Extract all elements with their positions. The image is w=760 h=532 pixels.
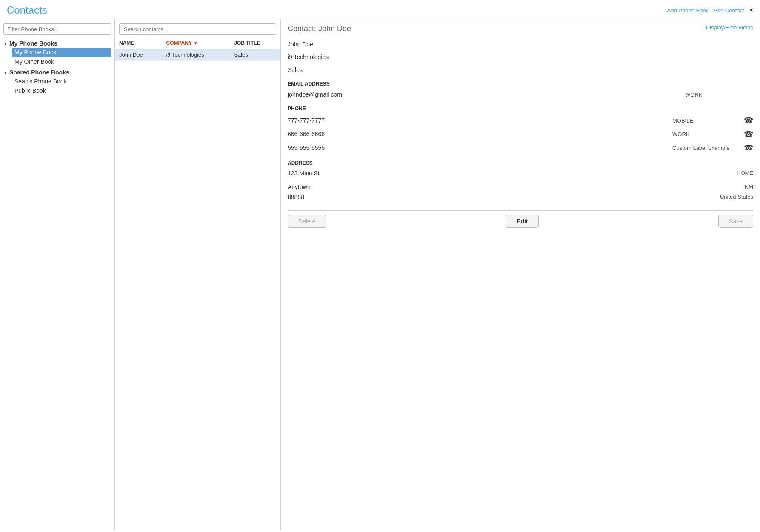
shared-phone-books-items: Sean's Phone Book Public Book	[3, 77, 111, 95]
contact-table: NAME COMPANY ▼ JOB TITLE John Doei9 Tech…	[115, 37, 280, 61]
add-contact-link[interactable]: Add Contact	[714, 7, 744, 14]
email-label-0: WORK	[685, 92, 753, 98]
email-row-0: johndoe@gmail.com WORK	[288, 89, 753, 100]
phone-label-1: WORK	[672, 131, 740, 137]
shared-phone-books-label: Shared Phone Books	[9, 69, 69, 76]
contact-list-panel: NAME COMPANY ▼ JOB TITLE John Doei9 Tech…	[115, 19, 281, 530]
display-hide-fields-link[interactable]: Display/Hide Fields	[706, 24, 753, 31]
my-phone-books-section: ▼ My Phone Books My Phone Book My Other …	[3, 39, 111, 66]
my-phone-books-items: My Phone Book My Other Book	[3, 48, 111, 66]
phone-row-0: 777-777-7777 MOBILE ☎	[288, 114, 753, 127]
app-title: Contacts	[7, 4, 47, 16]
phone-row-1: 666-666-6666 WORK ☎	[288, 128, 753, 140]
shared-phone-books-arrow: ▼	[3, 70, 8, 75]
search-bar	[115, 19, 280, 37]
sidebar: ▼ My Phone Books My Phone Book My Other …	[0, 19, 115, 530]
my-phone-books-label: My Phone Books	[9, 40, 57, 47]
address-street-0: 123 Main St	[288, 169, 713, 178]
contact-detail-panel: Contact: John Doe Display/Hide Fields Jo…	[281, 19, 760, 530]
detail-company: i9 Technologies	[288, 52, 753, 62]
save-button[interactable]: Save	[718, 215, 753, 228]
call-icon-1[interactable]: ☎	[744, 129, 753, 139]
col-header-job-title: JOB TITLE	[230, 37, 280, 49]
detail-contact-title: Contact: John Doe	[288, 24, 351, 33]
address-city-0: Anytown	[288, 182, 713, 192]
contact-list-body: John Doei9 TechnologiesSales	[115, 49, 280, 61]
filter-phone-books-input[interactable]	[3, 23, 111, 35]
address-country-0: United States	[720, 192, 753, 202]
edit-button[interactable]: Edit	[506, 215, 538, 228]
shared-phone-books-header[interactable]: ▼ Shared Phone Books	[3, 68, 111, 77]
sidebar-item-my-phone-book[interactable]: My Phone Book	[12, 48, 111, 57]
address-block-0: 123 Main St HOME Anytown NM 88888 United…	[288, 169, 753, 202]
col-header-company[interactable]: COMPANY ▼	[162, 37, 230, 49]
detail-footer: Delete Edit Save	[288, 210, 753, 229]
call-icon-2[interactable]: ☎	[744, 143, 753, 152]
sidebar-item-my-other-book[interactable]: My Other Book	[12, 57, 111, 66]
my-phone-books-arrow: ▼	[3, 41, 8, 46]
detail-job-title: Sales	[288, 65, 753, 75]
main-layout: ▼ My Phone Books My Phone Book My Other …	[0, 19, 760, 530]
detail-name: John Doe	[288, 39, 753, 49]
contact-full-name: John Doe	[318, 24, 351, 33]
address-zip-0: 88888	[288, 192, 713, 202]
phone-label-2: Custom Label Example	[672, 145, 740, 151]
table-row[interactable]: John Doei9 TechnologiesSales	[115, 49, 280, 61]
phone-row-2: 555-555-5555 Custom Label Example ☎	[288, 141, 753, 154]
col-header-name[interactable]: NAME	[115, 37, 162, 49]
cell-job_title-0: Sales	[230, 49, 280, 61]
email-section-label: EMAIL ADDRESS	[288, 81, 753, 87]
address-state-0: NM	[720, 182, 753, 192]
app-header: Contacts Add Phone Book Add Contact ×	[0, 0, 760, 19]
cell-company-0: i9 Technologies	[162, 49, 230, 61]
search-contacts-input[interactable]	[119, 23, 276, 35]
delete-button[interactable]: Delete	[288, 215, 326, 228]
sidebar-item-public-book[interactable]: Public Book	[12, 86, 111, 95]
phone-value-2: 555-555-5555	[288, 144, 672, 151]
email-value-0: johndoe@gmail.com	[288, 91, 685, 98]
call-icon-0[interactable]: ☎	[744, 116, 753, 125]
cell-name-0: John Doe	[115, 49, 162, 61]
address-street2-0	[288, 179, 713, 181]
phone-label-0: MOBILE	[672, 117, 740, 124]
header-actions: Add Phone Book Add Contact ×	[667, 6, 753, 14]
my-phone-books-header[interactable]: ▼ My Phone Books	[3, 39, 111, 48]
detail-header: Contact: John Doe Display/Hide Fields	[288, 24, 753, 33]
address-home-label-0: HOME	[720, 169, 753, 178]
sort-arrow-icon: ▼	[194, 41, 198, 46]
phone-value-1: 666-666-6666	[288, 131, 672, 137]
address-section-label: ADDRESS	[288, 160, 753, 166]
phone-section-label: PHONE	[288, 106, 753, 112]
table-header-row: NAME COMPANY ▼ JOB TITLE	[115, 37, 280, 49]
shared-phone-books-section: ▼ Shared Phone Books Sean's Phone Book P…	[3, 68, 111, 95]
close-icon[interactable]: ×	[749, 6, 753, 14]
sidebar-item-seans-phone-book[interactable]: Sean's Phone Book	[12, 77, 111, 86]
add-phone-book-link[interactable]: Add Phone Book	[667, 7, 709, 14]
phone-value-0: 777-777-7777	[288, 117, 672, 124]
